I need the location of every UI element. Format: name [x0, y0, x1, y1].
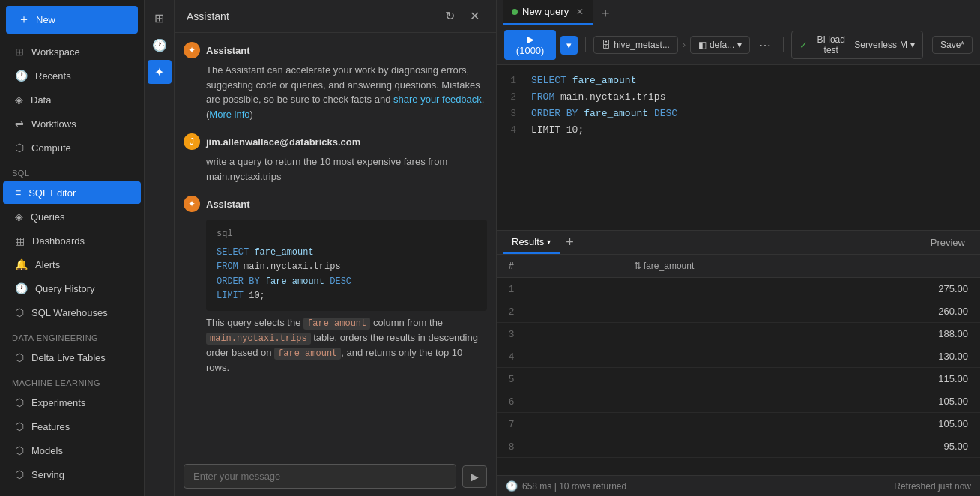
- add-tab-button[interactable]: ＋: [593, 1, 618, 25]
- assistant-header-actions: ↻ ✕: [441, 7, 484, 25]
- assistant-message-input[interactable]: [184, 464, 456, 489]
- cell-fare-amount: 115.00: [622, 368, 980, 390]
- rail-grid-button[interactable]: ⊞: [148, 6, 172, 30]
- sql-section-label: SQL: [0, 160, 144, 181]
- assistant-avatar: ✦: [184, 42, 200, 58]
- recents-icon: 🕐: [15, 70, 28, 82]
- assistant-intro-header: ✦ Assistant: [184, 42, 487, 58]
- assistant-intro-bubble: ✦ Assistant The Assistant can accelerate…: [184, 42, 487, 121]
- rail-clock-button[interactable]: 🕐: [148, 33, 172, 57]
- alerts-icon: 🔔: [15, 258, 28, 270]
- ml-section-label: Machine Learning: [0, 369, 144, 390]
- user-name: jim.allenwallace@databricks.com: [206, 136, 360, 148]
- sidebar-item-sql-editor[interactable]: ≡ SQL Editor: [3, 181, 141, 204]
- more-info-link[interactable]: More info: [209, 109, 249, 120]
- toolbar-separator-2: [783, 37, 784, 52]
- sidebar-item-recents[interactable]: 🕐 Recents: [3, 64, 141, 87]
- assistant-refresh-button[interactable]: ↻: [441, 7, 459, 25]
- assistant-explanation: This query selects the fare_amount colum…: [206, 315, 487, 375]
- editor-area[interactable]: 1 2 3 4 SELECT fare_amount FROM main.nyc…: [497, 65, 980, 230]
- cell-row-num: 3: [497, 323, 622, 345]
- assistant-name: Assistant: [206, 45, 250, 56]
- table-row: 2260.00: [497, 300, 980, 323]
- assistant-code-name: Assistant: [206, 199, 250, 210]
- cell-row-num: 5: [497, 368, 622, 390]
- de-section-label: Data Engineering: [0, 324, 144, 345]
- save-button[interactable]: Save*: [932, 36, 973, 54]
- assistant-send-button[interactable]: ▶: [462, 465, 487, 488]
- table-row: 5115.00: [497, 368, 980, 390]
- code-label: sql: [217, 227, 477, 241]
- run-button[interactable]: ▶ (1000): [504, 30, 556, 60]
- sidebar-item-queries[interactable]: ◈ Queries: [3, 205, 141, 228]
- cluster-chevron-icon: ▾: [910, 40, 915, 50]
- serving-icon: ⬡: [15, 468, 24, 480]
- sidebar-item-dashboards[interactable]: ▦ Dashboards: [3, 229, 141, 252]
- line-numbers: 1 2 3 4: [497, 73, 524, 223]
- user-message-text: write a query to return the 10 most expe…: [206, 154, 487, 184]
- run-dropdown-button[interactable]: ▾: [560, 36, 578, 55]
- user-message-header: J jim.allenwallace@databricks.com: [184, 133, 487, 150]
- database-selector[interactable]: 🗄 hive_metast...: [593, 36, 678, 54]
- sidebar-item-data[interactable]: ◈ Data: [3, 88, 141, 111]
- rail-assistant-button[interactable]: ✦: [148, 60, 172, 84]
- user-message-bubble: J jim.allenwallace@databricks.com write …: [184, 133, 487, 184]
- sidebar-item-delta-live-tables[interactable]: ⬡ Delta Live Tables: [3, 346, 141, 369]
- table-header-row: # ⇅ fare_amount: [497, 255, 980, 278]
- main-panel: New query ✕ ＋ ▶ (1000) ▾ 🗄 hive_metast..…: [497, 0, 980, 496]
- assistant-code-block: sql SELECT fare_amount FROM main.nyctaxi…: [206, 220, 487, 311]
- sidebar-item-serving[interactable]: ⬡ Serving: [3, 463, 141, 486]
- sidebar-item-sql-warehouses[interactable]: ⬡ SQL Warehouses: [3, 301, 141, 324]
- compute-icon: ⬡: [15, 142, 24, 154]
- inline-code-3: fare_amount: [274, 348, 341, 360]
- assistant-close-button[interactable]: ✕: [465, 7, 484, 25]
- workspace-icon: ⊞: [15, 46, 24, 58]
- assistant-code-bubble: ✦ Assistant sql SELECT fare_amount FROM …: [184, 196, 487, 375]
- results-preview-button[interactable]: Preview: [922, 232, 974, 253]
- sidebar-item-compute[interactable]: ⬡ Compute: [3, 136, 141, 159]
- cell-row-num: 8: [497, 435, 622, 458]
- sidebar-item-features[interactable]: ⬡ Features: [3, 415, 141, 438]
- assistant-code-avatar: ✦: [184, 196, 200, 212]
- col-header-num: #: [497, 255, 622, 278]
- results-footer: 🕐 658 ms | 10 rows returned Refreshed ju…: [497, 475, 980, 496]
- footer-time: 658 ms | 10 rows returned: [522, 481, 626, 492]
- more-options-button[interactable]: ⋯: [754, 35, 775, 55]
- results-add-button[interactable]: +: [560, 232, 580, 253]
- new-button[interactable]: ＋ New: [6, 6, 138, 34]
- query-tab-new[interactable]: New query ✕: [503, 0, 593, 25]
- sidebar-item-query-history[interactable]: 🕐 Query History: [3, 277, 141, 300]
- sidebar-item-experiments[interactable]: ⬡ Experiments: [3, 391, 141, 414]
- sidebar-item-models[interactable]: ⬡ Models: [3, 439, 141, 462]
- editor-line-4: LIMIT 10;: [531, 122, 973, 139]
- results-tabs: Results ▾ + Preview: [497, 231, 980, 255]
- footer-left: 🕐 658 ms | 10 rows returned: [506, 480, 626, 492]
- inline-code-2: main.nyctaxi.trips: [206, 333, 311, 345]
- sidebar-item-workflows[interactable]: ⇌ Workflows: [3, 112, 141, 135]
- results-tab[interactable]: Results ▾: [503, 231, 560, 254]
- code-line-1: SELECT fare_amount: [217, 246, 477, 260]
- sidebar: ＋ New ⊞ Workspace 🕐 Recents ◈ Data ⇌ Wor…: [0, 0, 145, 496]
- assistant-panel: Assistant ↻ ✕ ✦ Assistant The Assistant …: [175, 0, 497, 496]
- share-feedback-link[interactable]: share your feedback: [393, 94, 482, 105]
- col-header-fare: ⇅ fare_amount: [622, 255, 980, 278]
- cluster-selector[interactable]: ✓ BI load test Serverless M ▾: [791, 31, 923, 59]
- tab-dot: [512, 9, 518, 15]
- table-row: 7105.00: [497, 413, 980, 435]
- footer-refresh: Refreshed just now: [894, 481, 971, 492]
- schema-selector[interactable]: ◧ defa... ▾: [690, 36, 750, 54]
- editor-line-3: ORDER BY fare_amount DESC: [531, 106, 973, 122]
- data-table: # ⇅ fare_amount 1275.002260.003188.00413…: [497, 255, 980, 458]
- data-icon: ◈: [15, 94, 23, 106]
- cell-fare-amount: 105.00: [622, 390, 980, 413]
- editor-line-1: SELECT fare_amount: [531, 73, 973, 89]
- path-separator-1: ›: [683, 40, 686, 50]
- tab-close-button[interactable]: ✕: [576, 7, 584, 17]
- cell-fare-amount: 188.00: [622, 323, 980, 345]
- code-content[interactable]: SELECT fare_amount FROM main.nyctaxi.tri…: [524, 73, 980, 223]
- sidebar-item-workspace[interactable]: ⊞ Workspace: [3, 40, 141, 63]
- cell-fare-amount: 130.00: [622, 345, 980, 368]
- query-history-icon: 🕐: [15, 282, 28, 294]
- inline-code-1: fare_amount: [303, 318, 370, 330]
- sidebar-item-alerts[interactable]: 🔔 Alerts: [3, 253, 141, 276]
